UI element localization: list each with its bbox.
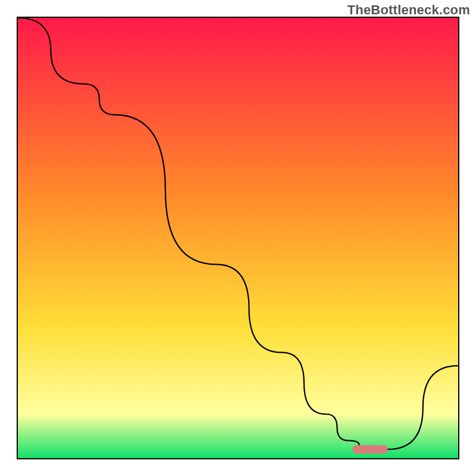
optimal-range-marker bbox=[352, 445, 387, 453]
attribution-text: TheBottleneck.com bbox=[347, 2, 470, 18]
chart-area bbox=[17, 17, 459, 459]
chart-svg bbox=[18, 18, 458, 458]
